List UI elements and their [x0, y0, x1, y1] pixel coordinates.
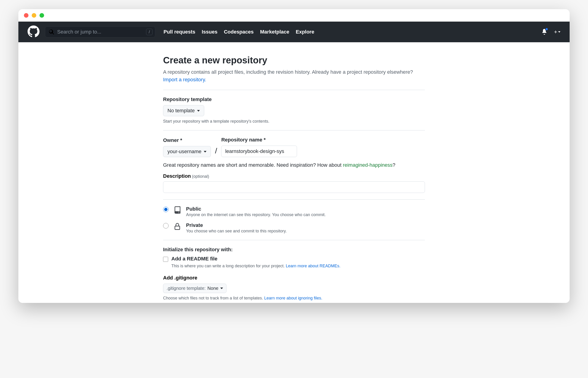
create-menu-button[interactable]: + [554, 29, 561, 35]
divider [163, 240, 425, 240]
caret-down-icon [558, 31, 561, 33]
caret-down-icon [220, 287, 223, 289]
description-label-text: Description [163, 173, 191, 179]
visibility-private-row: Private You choose who can see and commi… [163, 222, 425, 234]
page-title: Create a new repository [163, 55, 425, 66]
browser-window: / Pull requests Issues Codespaces Market… [18, 9, 570, 303]
add-readme-label: Add a README file [171, 256, 217, 262]
owner-label: Owner * [163, 137, 211, 143]
description-label: Description (optional) [163, 175, 209, 178]
visibility-private-text: Private You choose who can see and commi… [186, 222, 287, 234]
notifications-button[interactable] [541, 28, 547, 36]
github-header: / Pull requests Issues Codespaces Market… [18, 22, 570, 42]
github-logo[interactable] [27, 26, 40, 38]
search-icon [49, 29, 54, 35]
divider [163, 130, 425, 130]
gitignore-value: None [207, 286, 219, 291]
search-input[interactable] [45, 27, 155, 38]
nav-explore[interactable]: Explore [296, 29, 314, 35]
gitignore-prefix: .gitignore template: [166, 286, 205, 291]
template-label: Repository template [163, 96, 425, 102]
visibility-public-radio[interactable] [163, 207, 169, 212]
window-close-button[interactable] [24, 13, 28, 18]
nav-codespaces[interactable]: Codespaces [224, 29, 254, 35]
search-wrap: / [45, 27, 155, 38]
gitignore-learn-more-link[interactable]: Learn more about ignoring files. [264, 296, 322, 300]
form-column: Create a new repository A repository con… [163, 55, 425, 303]
visibility-private-radio[interactable] [163, 223, 169, 229]
repo-icon [173, 206, 181, 215]
divider [163, 90, 425, 90]
name-suggestion-link[interactable]: reimagined-happiness [343, 162, 393, 168]
visibility-public-title: Public [186, 206, 326, 212]
visibility-private-title: Private [186, 222, 287, 228]
slash-shortcut-badge: / [146, 29, 152, 35]
add-readme-checkbox[interactable] [163, 257, 168, 262]
owner-value: your-username [167, 148, 201, 155]
page-subtitle: A repository contains all project files,… [163, 68, 425, 83]
import-repo-link[interactable]: Import a repository. [163, 77, 206, 82]
subtitle-text: A repository contains all project files,… [163, 69, 413, 75]
readme-desc: This is where you can write a long descr… [171, 264, 425, 269]
lock-icon [173, 222, 181, 231]
visibility-public-desc: Anyone on the internet can see this repo… [186, 212, 326, 217]
nav-pull-requests[interactable]: Pull requests [164, 29, 195, 35]
readme-learn-more-link[interactable]: Learn more about READMEs. [286, 264, 340, 268]
owner-repo-row: Owner * your-username / Repository name … [163, 137, 425, 157]
primary-nav: Pull requests Issues Codespaces Marketpl… [164, 29, 314, 35]
svg-rect-0 [175, 226, 180, 230]
gitignore-select[interactable]: .gitignore template: None [163, 284, 226, 293]
owner-group: Owner * your-username [163, 137, 211, 157]
gitignore-note: Choose which files not to track from a l… [163, 296, 425, 301]
repo-name-group: Repository name * [221, 137, 297, 157]
description-input[interactable] [163, 181, 425, 193]
plus-icon: + [554, 29, 557, 35]
visibility-private-desc: You choose who can see and commit to thi… [186, 229, 287, 234]
readme-row: Add a README file [163, 256, 425, 262]
template-value: No template [167, 108, 195, 114]
divider [163, 199, 425, 200]
readme-desc-text: This is where you can write a long descr… [171, 264, 286, 268]
repo-name-label: Repository name * [221, 137, 297, 143]
repo-name-input[interactable] [221, 146, 297, 157]
hint-q: ? [393, 162, 395, 168]
visibility-public-text: Public Anyone on the internet can see th… [186, 206, 326, 217]
gitignore-label: Add .gitignore [163, 275, 425, 281]
window-minimize-button[interactable] [32, 13, 36, 18]
window-titlebar [18, 9, 570, 22]
header-right: + [541, 28, 561, 36]
template-note: Start your repository with a template re… [163, 119, 425, 124]
initialize-heading: Initialize this repository with: [163, 247, 425, 253]
page-content: Create a new repository A repository con… [18, 42, 570, 303]
path-separator: / [215, 146, 217, 157]
caret-down-icon [197, 110, 200, 112]
owner-select[interactable]: your-username [163, 146, 211, 157]
window-maximize-button[interactable] [40, 13, 44, 18]
visibility-public-row: Public Anyone on the internet can see th… [163, 206, 425, 217]
template-select[interactable]: No template [163, 105, 204, 116]
notification-indicator [545, 27, 548, 31]
description-optional-text: (optional) [192, 174, 209, 179]
nav-marketplace[interactable]: Marketplace [260, 29, 289, 35]
name-hint: Great repository names are short and mem… [163, 162, 425, 168]
gitignore-note-text: Choose which files not to track from a l… [163, 296, 264, 300]
caret-down-icon [204, 151, 206, 152]
hint-text: Great repository names are short and mem… [163, 162, 343, 168]
nav-issues[interactable]: Issues [202, 29, 218, 35]
description-group: Description (optional) [163, 173, 425, 193]
